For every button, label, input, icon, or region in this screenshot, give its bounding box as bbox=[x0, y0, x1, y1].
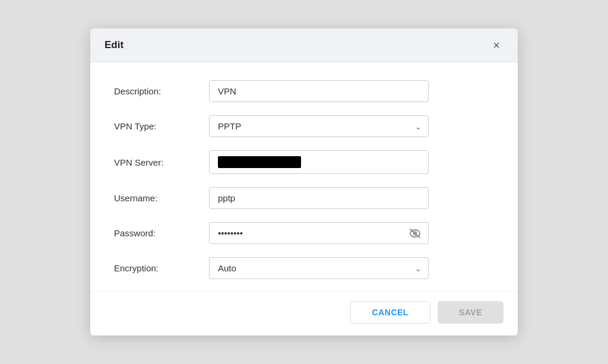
vpn-type-row: VPN Type: PPTP L2TP OpenVPN IKEv2 ⌄ bbox=[114, 115, 494, 137]
vpn-server-redacted bbox=[218, 156, 301, 168]
description-input[interactable] bbox=[209, 80, 429, 102]
username-label: Username: bbox=[114, 193, 209, 203]
vpn-type-select[interactable]: PPTP L2TP OpenVPN IKEv2 bbox=[209, 115, 429, 137]
dialog-footer: CANCEL SAVE bbox=[90, 291, 518, 335]
username-control bbox=[209, 187, 429, 209]
vpn-type-control: PPTP L2TP OpenVPN IKEv2 ⌄ bbox=[209, 115, 429, 137]
save-button[interactable]: SAVE bbox=[438, 301, 504, 324]
description-control bbox=[209, 80, 429, 102]
dialog-header: Edit × bbox=[90, 29, 518, 62]
vpn-server-row: VPN Server: bbox=[114, 150, 494, 174]
password-label: Password: bbox=[114, 228, 209, 238]
eye-slash-icon bbox=[408, 228, 422, 239]
dialog-body: Description: VPN Type: PPTP L2TP OpenVPN… bbox=[90, 62, 518, 291]
vpn-server-control bbox=[209, 150, 429, 174]
password-input[interactable] bbox=[209, 222, 429, 244]
encryption-select-wrapper: Auto None AES-128 AES-256 ⌄ bbox=[209, 257, 429, 279]
username-row: Username: bbox=[114, 187, 494, 209]
vpn-type-select-wrapper: PPTP L2TP OpenVPN IKEv2 ⌄ bbox=[209, 115, 429, 137]
encryption-select[interactable]: Auto None AES-128 AES-256 bbox=[209, 257, 429, 279]
description-label: Description: bbox=[114, 86, 209, 96]
password-control bbox=[209, 222, 429, 244]
edit-dialog: Edit × Description: VPN Type: PPTP L2TP … bbox=[90, 29, 518, 335]
vpn-type-label: VPN Type: bbox=[114, 121, 209, 131]
password-row: Password: bbox=[114, 222, 494, 244]
encryption-control: Auto None AES-128 AES-256 ⌄ bbox=[209, 257, 429, 279]
username-input[interactable] bbox=[209, 187, 429, 209]
password-wrapper bbox=[209, 222, 429, 244]
encryption-row: Encryption: Auto None AES-128 AES-256 ⌄ bbox=[114, 257, 494, 279]
close-button[interactable]: × bbox=[489, 38, 504, 52]
vpn-server-label: VPN Server: bbox=[114, 157, 209, 167]
encryption-label: Encryption: bbox=[114, 263, 209, 273]
toggle-password-button[interactable] bbox=[407, 227, 423, 240]
cancel-button[interactable]: CANCEL bbox=[350, 301, 430, 324]
description-row: Description: bbox=[114, 80, 494, 102]
dialog-title: Edit bbox=[104, 39, 124, 51]
vpn-server-display[interactable] bbox=[209, 150, 429, 174]
